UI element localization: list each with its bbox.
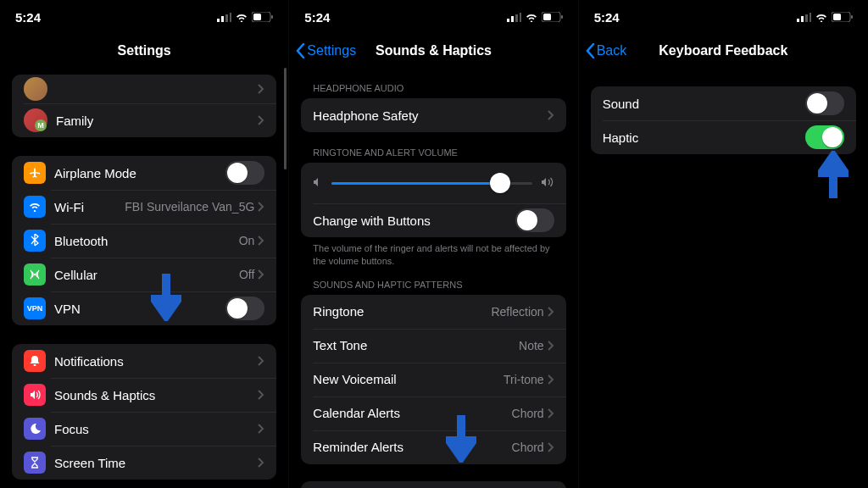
back-button[interactable]: Settings (289, 43, 356, 58)
chevron-left-icon (586, 43, 595, 58)
row-volume-slider (301, 163, 565, 203)
slider-thumb[interactable] (490, 173, 510, 193)
row-value: Note (519, 339, 544, 352)
toggle-airplane[interactable] (225, 161, 264, 185)
svg-rect-8 (34, 364, 36, 366)
section-header: HEADPHONE AUDIO (289, 68, 577, 98)
nav-bar: Settings Sounds & Haptics (289, 34, 577, 68)
nav-bar: Back Keyboard Feedback (579, 34, 868, 68)
status-bar: 5:24 (289, 0, 577, 34)
screen-sounds-haptics: 5:24 Settings Sounds & Haptics HEADPHONE… (289, 0, 578, 488)
row-keyboard-feedback[interactable]: Keyboard Feedback Haptic (301, 481, 565, 488)
nav-bar: Settings (0, 34, 288, 68)
toggle-sound[interactable] (805, 92, 844, 115)
row-label: Sound (603, 97, 805, 111)
row-calendar-alerts[interactable]: Calendar Alerts Chord (301, 396, 565, 430)
row-reminder-alerts[interactable]: Reminder Alerts Chord (301, 430, 565, 464)
wifi-icon (815, 13, 828, 22)
row-value: Chord (512, 407, 544, 420)
row-headphone-safety[interactable]: Headphone Safety (301, 98, 565, 132)
row-label: Change with Buttons (313, 214, 515, 228)
row-bluetooth[interactable]: Bluetooth On (12, 224, 276, 258)
chevron-left-icon (296, 43, 305, 58)
hourglass-icon (24, 452, 46, 474)
chevron-right-icon (548, 408, 554, 419)
row-text-tone[interactable]: Text Tone Note (301, 329, 565, 363)
row-label: Airplane Mode (54, 166, 225, 180)
back-button[interactable]: Back (579, 43, 627, 58)
row-airplane-mode[interactable]: Airplane Mode (12, 156, 276, 190)
row-family[interactable]: M Family (12, 103, 276, 137)
chevron-right-icon (258, 84, 264, 94)
toggle-vpn[interactable] (225, 297, 264, 320)
row-label (56, 82, 258, 97)
row-sound[interactable]: Sound (591, 86, 856, 120)
status-bar: 5:24 (0, 0, 288, 34)
volume-slider[interactable] (331, 182, 531, 185)
row-label: Haptic (603, 130, 805, 145)
group-family: M Family (12, 75, 276, 137)
signal-icon (507, 13, 521, 22)
bluetooth-icon (24, 230, 46, 252)
back-label: Settings (307, 43, 356, 58)
chevron-right-icon (258, 458, 264, 468)
chevron-right-icon (258, 390, 264, 400)
speaker-low-icon (313, 177, 323, 190)
svg-point-7 (34, 274, 36, 275)
toggle-haptic[interactable] (805, 125, 844, 149)
row-label: Cellular (54, 268, 239, 282)
section-header: RINGTONE AND ALERT VOLUME (289, 132, 577, 163)
battery-icon (832, 12, 853, 22)
status-time: 5:24 (594, 10, 620, 25)
status-time: 5:24 (304, 10, 330, 25)
row-label: Ringtone (313, 304, 491, 319)
wifi-icon (525, 13, 538, 22)
chevron-right-icon (258, 269, 264, 280)
svg-rect-14 (520, 13, 521, 22)
row-label: New Voicemail (313, 372, 504, 386)
svg-rect-6 (271, 15, 273, 19)
wifi-icon (24, 196, 46, 218)
screen-settings: 5:24 Settings M Family Airplane (0, 0, 289, 488)
chevron-right-icon (548, 374, 554, 385)
row-sounds-haptics[interactable]: Sounds & Haptics (12, 378, 276, 412)
section-footer: The volume of the ringer and alerts will… (289, 237, 577, 271)
row-value: Reflection (491, 305, 543, 319)
avatar-icon: M (24, 108, 47, 132)
row-label: Screen Time (54, 456, 258, 470)
row-ringtone[interactable]: Ringtone Reflection (301, 295, 565, 329)
signal-icon (797, 13, 811, 22)
group-patterns: Ringtone Reflection Text Tone Note New V… (301, 295, 565, 464)
back-label: Back (597, 43, 627, 58)
row-screen-time[interactable]: Screen Time (12, 446, 276, 480)
group-keyboard-feedback: Sound Haptic (591, 86, 856, 154)
row-vpn[interactable]: VPN VPN (12, 291, 276, 325)
svg-rect-19 (801, 16, 804, 22)
row-value: Chord (512, 441, 544, 454)
row-wifi[interactable]: Wi-Fi FBI Surveilance Van_5G (12, 190, 276, 224)
chevron-right-icon (258, 202, 264, 212)
row-cellular[interactable]: Cellular Off (12, 258, 276, 291)
toggle-change-buttons[interactable] (515, 208, 554, 232)
svg-rect-3 (230, 13, 231, 22)
chevron-right-icon (548, 307, 554, 317)
row-value: Off (239, 268, 254, 281)
screen-keyboard-feedback: 5:24 Back Keyboard Feedback Sound Haptic (579, 0, 868, 488)
row-change-with-buttons[interactable]: Change with Buttons (301, 203, 565, 237)
svg-rect-16 (543, 14, 551, 20)
svg-rect-21 (810, 13, 811, 22)
svg-rect-18 (797, 19, 799, 22)
row-haptic[interactable]: Haptic (591, 120, 856, 154)
row-new-voicemail[interactable]: New Voicemail Tri-tone (301, 363, 565, 396)
row-focus[interactable]: Focus (12, 412, 276, 446)
chevron-right-icon (258, 115, 264, 125)
group-notifications: Notifications Sounds & Haptics Focus Scr… (12, 344, 276, 480)
row-notifications[interactable]: Notifications (12, 344, 276, 378)
status-bar: 5:24 (579, 0, 868, 34)
annotation-arrow-icon (818, 151, 849, 198)
svg-rect-5 (253, 14, 261, 20)
row-apple-services[interactable] (12, 75, 276, 103)
svg-rect-1 (221, 16, 224, 22)
scrollbar[interactable] (284, 68, 287, 169)
svg-rect-20 (805, 14, 808, 22)
